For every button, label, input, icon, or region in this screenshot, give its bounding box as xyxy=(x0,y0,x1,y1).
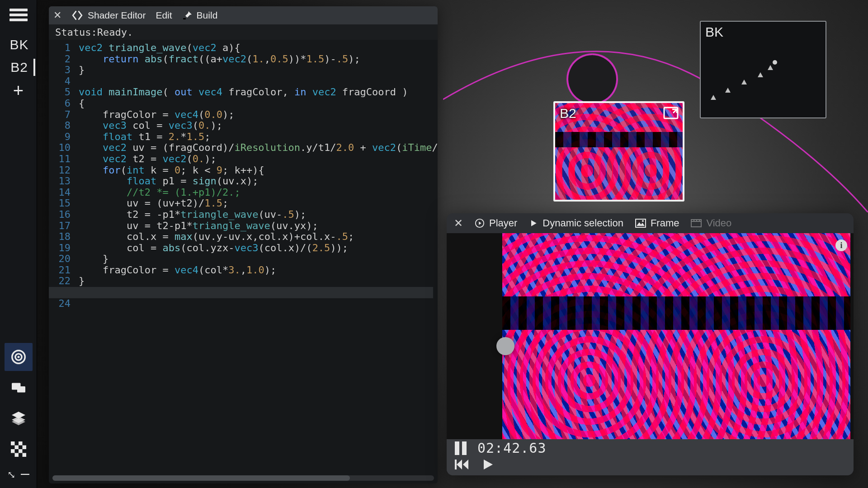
menu-edit[interactable]: Edit xyxy=(156,10,172,21)
svg-rect-4 xyxy=(17,386,25,393)
info-icon[interactable]: i xyxy=(835,239,847,251)
scrub-knob[interactable] xyxy=(496,337,514,355)
svg-point-2 xyxy=(17,356,19,358)
editor-title: Shader Editor xyxy=(71,9,146,21)
player-toolbar: ✕ Player Dynamic selection Frame Video xyxy=(447,213,854,233)
play-circle-icon xyxy=(475,218,485,228)
hamburger-menu-icon[interactable] xyxy=(9,6,28,23)
svg-rect-36 xyxy=(455,460,457,469)
build-icon xyxy=(182,10,193,21)
code-editor[interactable]: 123456789101112131415161718192021222324 … xyxy=(49,40,438,483)
editor-status: Status: Ready. xyxy=(49,24,438,40)
skip-back-button[interactable] xyxy=(455,459,468,472)
frame-icon xyxy=(635,219,646,228)
dynamic-icon xyxy=(529,219,538,228)
node-b2-card[interactable]: B2 xyxy=(553,101,684,202)
svg-marker-21 xyxy=(768,65,773,70)
svg-marker-38 xyxy=(463,460,468,469)
player-controls: 02:42.63 xyxy=(447,439,854,475)
shader-editor-panel: ✕ Shader Editor Edit Build Status: Ready… xyxy=(49,6,438,483)
svg-marker-20 xyxy=(758,72,763,77)
svg-marker-37 xyxy=(457,460,462,469)
bk-probe-dots xyxy=(701,22,827,119)
rail-tab-bk[interactable]: BK xyxy=(4,33,33,56)
close-editor-icon[interactable]: ✕ xyxy=(53,9,61,21)
video-icon xyxy=(691,219,702,227)
node-b2-label: B2 xyxy=(560,106,576,121)
svg-marker-27 xyxy=(531,220,537,226)
svg-marker-26 xyxy=(479,221,481,225)
tab-dynamic-selection[interactable]: Dynamic selection xyxy=(529,217,623,229)
svg-rect-9 xyxy=(19,441,23,446)
svg-point-22 xyxy=(773,60,777,65)
node-bk-card[interactable]: BK xyxy=(700,21,826,118)
tab-video[interactable]: Video xyxy=(691,217,731,229)
play-button[interactable] xyxy=(482,459,494,472)
svg-point-30 xyxy=(642,220,644,222)
svg-rect-14 xyxy=(14,453,19,457)
close-player-icon[interactable]: ✕ xyxy=(454,217,463,230)
player-panel: ✕ Player Dynamic selection Frame Video i… xyxy=(447,213,854,475)
tool-checker-icon[interactable] xyxy=(5,435,33,463)
tab-frame[interactable]: Frame xyxy=(635,217,679,229)
svg-rect-11 xyxy=(22,446,26,450)
tool-target-icon[interactable] xyxy=(5,343,33,371)
svg-rect-15 xyxy=(22,453,26,457)
svg-rect-8 xyxy=(11,441,15,446)
menu-build[interactable]: Build xyxy=(182,10,218,21)
svg-rect-16 xyxy=(183,18,186,19)
editor-h-scrollbar[interactable] xyxy=(52,475,434,481)
fullscreen-icon[interactable] xyxy=(662,106,680,120)
minimize-icon[interactable]: – xyxy=(21,464,29,482)
svg-marker-17 xyxy=(711,95,716,100)
svg-marker-29 xyxy=(637,222,645,226)
svg-marker-39 xyxy=(484,460,493,469)
timecode: 02:42.63 xyxy=(477,440,547,456)
left-rail: BKB2 + ⤡ – xyxy=(0,0,37,488)
tab-player[interactable]: Player xyxy=(475,217,517,229)
editor-toolbar: ✕ Shader Editor Edit Build xyxy=(49,6,438,24)
svg-marker-19 xyxy=(741,80,747,84)
svg-marker-18 xyxy=(725,88,731,93)
player-viewport[interactable]: i xyxy=(447,233,854,439)
svg-rect-28 xyxy=(636,219,646,227)
pause-button[interactable] xyxy=(455,441,467,455)
tool-share-icon[interactable] xyxy=(5,374,33,402)
svg-rect-13 xyxy=(19,449,23,453)
svg-rect-10 xyxy=(14,446,19,450)
svg-rect-12 xyxy=(11,449,15,453)
add-tab-button[interactable]: + xyxy=(4,79,33,103)
player-output-image xyxy=(502,233,850,439)
code-icon xyxy=(71,9,83,21)
collapse-icon[interactable]: ⤡ xyxy=(7,469,15,481)
rail-tab-b2[interactable]: B2 xyxy=(4,56,33,79)
tool-layers-icon[interactable] xyxy=(5,404,33,432)
